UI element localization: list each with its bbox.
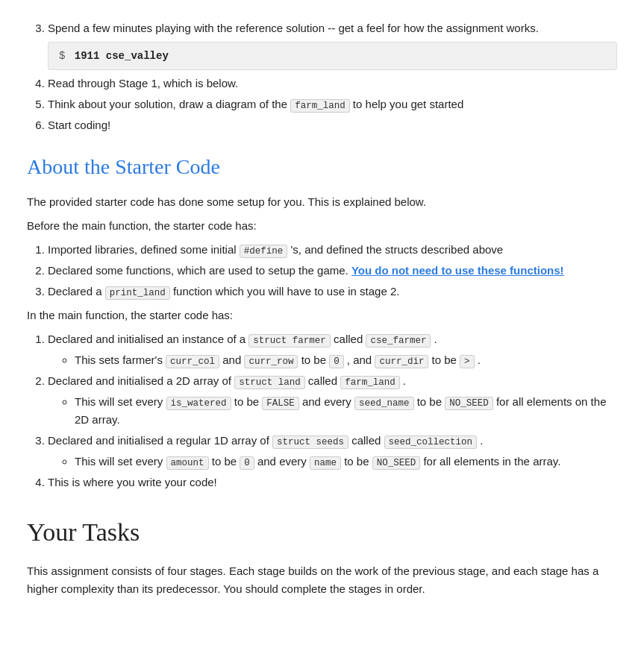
- im3-prefix: Declared and initialised a regular 1D ar…: [48, 434, 272, 447]
- print-land-code: print_land: [105, 286, 170, 300]
- cse-farmer-code: cse_farmer: [366, 334, 431, 347]
- im2s1-tobe2: to be: [414, 395, 446, 408]
- im1-sub-1: This sets farmer's curr_col and curr_row…: [75, 351, 617, 369]
- bm1-suffix: 's, and defined the structs described ab…: [287, 243, 503, 256]
- step-5-prefix: Think about your solution, draw a diagra…: [48, 98, 290, 110]
- in-main-item-4: This is where you write your code!: [48, 474, 617, 491]
- im1s1-tobe2: to be: [428, 353, 460, 366]
- step-5-suffix: to help you get started: [350, 98, 464, 110]
- step-4-text: Read through Stage 1, which is below.: [48, 77, 238, 89]
- im3s1-tobe1: to be: [209, 455, 240, 468]
- im3-mid: called: [348, 434, 384, 447]
- step-6: Start coding!: [48, 116, 617, 134]
- no-seed-code-1: NO_SEED: [445, 397, 493, 410]
- zero-code-1: 0: [329, 355, 344, 368]
- im1-suffix: .: [431, 333, 437, 345]
- before-main-list: Imported libraries, defined some initial…: [27, 241, 617, 301]
- name-code: name: [310, 456, 341, 470]
- gt-code: >: [460, 355, 475, 368]
- seed-collection-code: seed_collection: [384, 435, 478, 449]
- im2s1-and: and every: [299, 395, 354, 408]
- before-main-item-1: Imported libraries, defined some initial…: [48, 241, 617, 259]
- im2-prefix: Declared and initialised a 2D array of: [48, 374, 234, 387]
- command-block: $ 1911 cse_valley: [48, 42, 617, 70]
- farm-land-code2: farm_land: [340, 376, 400, 389]
- false-code: FALSE: [262, 397, 299, 410]
- im1s1-prefix: This sets farmer's: [75, 353, 166, 366]
- im3-suffix: .: [477, 434, 483, 447]
- im1s1-period: .: [475, 353, 481, 366]
- im3-sub-1: This will set every amount to be 0 and e…: [75, 453, 617, 471]
- im2-mid: called: [305, 374, 341, 387]
- im2-suffix: .: [400, 374, 406, 387]
- curr-col-code: curr_col: [166, 355, 219, 368]
- im3s1-and: and every: [254, 455, 310, 468]
- struct-farmer-code: struct farmer: [248, 334, 331, 347]
- im1-prefix: Declared and initialised an instance of …: [48, 333, 248, 345]
- tasks-heading: Your Tasks: [27, 512, 617, 553]
- step-5: Think about your solution, draw a diagra…: [48, 95, 617, 113]
- struct-seeds-code: struct seeds: [272, 435, 348, 449]
- in-main-intro: In the main function, the starter code h…: [27, 306, 617, 324]
- im2-sub-list: This will set every is_watered to be FAL…: [48, 393, 617, 429]
- im1s1-and: and: [219, 353, 244, 366]
- step-3-text: Spend a few minutes playing with the ref…: [48, 22, 539, 34]
- command-text: 1911 cse_valley: [68, 50, 168, 62]
- seed-name-code: seed_name: [354, 397, 414, 410]
- bm3-prefix: Declared a: [48, 285, 105, 298]
- is-watered-code: is_watered: [166, 397, 231, 410]
- im3-sub-list: This will set every amount to be 0 and e…: [48, 453, 617, 471]
- im1-mid: called: [331, 333, 366, 345]
- im4-text: This is where you write your code!: [48, 476, 217, 488]
- about-heading: About the Starter Code: [27, 151, 617, 184]
- zero-code-2: 0: [240, 456, 254, 470]
- step-6-text: Start coding!: [48, 119, 110, 131]
- im3s1-prefix: This will set every: [75, 455, 166, 468]
- curr-dir-code: curr_dir: [375, 355, 428, 368]
- amount-code: amount: [166, 456, 209, 470]
- before-main-item-3: Declared a print_land function which you…: [48, 283, 617, 301]
- about-intro1: The provided starter code has done some …: [27, 193, 617, 211]
- im3s1-tobe2: to be: [341, 455, 372, 468]
- im2s1-prefix: This will set every: [75, 395, 166, 408]
- before-main-intro: Before the main function, the starter co…: [27, 217, 617, 235]
- bm2-highlight: You do not need to use these functions!: [351, 264, 564, 277]
- farm-land-code: farm_land: [290, 99, 350, 113]
- dollar-sign: $: [59, 50, 65, 62]
- in-main-item-2: Declared and initialised a 2D array of s…: [48, 372, 617, 429]
- bm2-text: Declared some functions, which are used …: [48, 264, 351, 277]
- in-main-item-3: Declared and initialised a regular 1D ar…: [48, 432, 617, 471]
- struct-land-code: struct land: [234, 376, 305, 389]
- tasks-intro: This assignment consists of four stages.…: [27, 562, 617, 598]
- in-main-item-1: Declared and initialised an instance of …: [48, 330, 617, 369]
- step-4: Read through Stage 1, which is below.: [48, 75, 617, 92]
- no-seed-code-2: NO_SEED: [372, 456, 421, 470]
- before-main-item-2: Declared some functions, which are used …: [48, 262, 617, 280]
- in-main-list: Declared and initialised an instance of …: [27, 330, 617, 491]
- im1-sub-list: This sets farmer's curr_col and curr_row…: [48, 351, 617, 369]
- im1s1-comma: , and: [344, 353, 375, 366]
- im3s1-suffix: for all elements in the array.: [420, 455, 560, 468]
- im2-sub-1: This will set every is_watered to be FAL…: [75, 393, 617, 429]
- bm3-suffix: function which you will have to use in s…: [170, 285, 400, 298]
- bm1-prefix: Imported libraries, defined some initial: [48, 243, 240, 256]
- im2s1-tobe1: to be: [231, 395, 263, 408]
- im1s1-tobe: to be: [298, 353, 329, 366]
- curr-row-code: curr_row: [244, 355, 298, 368]
- step-3: Spend a few minutes playing with the ref…: [48, 19, 617, 70]
- define-code: #define: [240, 245, 288, 258]
